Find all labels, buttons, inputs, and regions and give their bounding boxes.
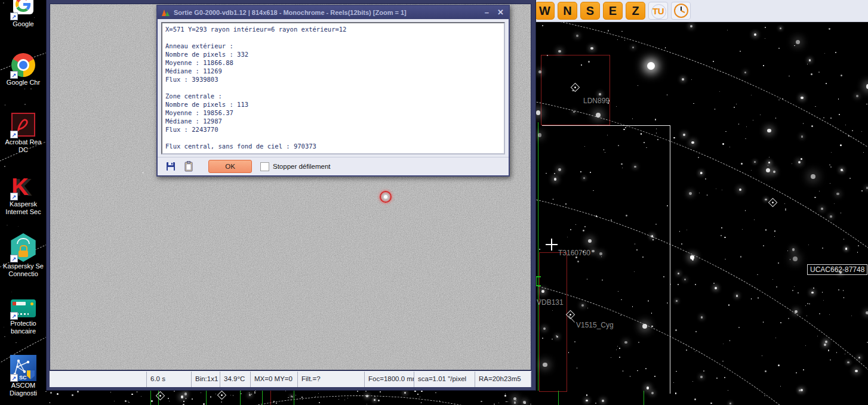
output-line <box>165 134 501 142</box>
star <box>700 376 702 378</box>
star <box>792 290 793 291</box>
desktop-icon-google-chrome[interactable]: ↗ Google Chr <box>0 51 47 86</box>
desktop-icon-kaspersky-internet-security[interactable]: K K ↗ Kaspersk Internet Sec <box>0 173 47 216</box>
star <box>538 133 542 137</box>
stop-scroll-label: Stopper défilement <box>273 163 331 170</box>
star <box>826 83 827 84</box>
star <box>183 401 184 402</box>
star <box>809 59 811 61</box>
star <box>792 248 795 251</box>
desktop-icon-kaspersky-secure-connection[interactable]: ↗ Kaspersky Se Connectio <box>0 233 47 278</box>
star <box>558 50 561 53</box>
star <box>599 93 601 95</box>
desktop-icon-ascom-diagnostics[interactable]: SC ↗ ASCOM Diagnosti <box>0 354 47 397</box>
star <box>773 171 776 174</box>
map-label-vdb131[interactable]: VDB131 <box>537 298 564 307</box>
map-label-ldn899[interactable]: LDN899 <box>583 97 610 105</box>
close-icon[interactable]: ✕ <box>497 7 504 18</box>
star <box>366 395 368 397</box>
star <box>574 341 575 342</box>
status-segment: Filt.=? <box>298 372 365 387</box>
status-bar: 6.0 sBin:1x134.9°CMX=0 MY=0Filt.=?Foc=18… <box>50 371 531 387</box>
star <box>599 252 602 255</box>
desktop-icon-label: Internet Sec <box>0 208 47 216</box>
compass-east-button[interactable]: E <box>603 2 623 20</box>
star <box>830 183 830 184</box>
star <box>763 321 764 322</box>
star <box>823 118 824 119</box>
zenith-button[interactable]: Z <box>626 2 645 20</box>
star <box>792 163 792 164</box>
star <box>254 392 256 393</box>
star <box>667 205 668 206</box>
star <box>645 368 647 369</box>
desktop-icon-google[interactable]: ↗ Google <box>0 0 47 28</box>
star <box>815 106 816 107</box>
desktop-icon-label: Google <box>0 20 47 28</box>
star <box>554 178 557 181</box>
star <box>291 395 293 397</box>
shortcut-arrow-icon: ↗ <box>10 374 18 382</box>
save-icon[interactable] <box>165 161 176 172</box>
output-line: Anneau extérieur : <box>165 42 501 50</box>
ok-button[interactable]: OK <box>208 160 252 173</box>
map-label-ucac662-87748[interactable]: UCAC662-87748 <box>807 264 867 275</box>
desktop-icon-label: Protectio <box>0 320 47 327</box>
star <box>656 128 657 129</box>
star <box>546 173 546 174</box>
clock-button[interactable] <box>671 2 691 20</box>
star <box>793 256 798 261</box>
minimize-button[interactable]: – <box>485 7 489 18</box>
star <box>72 394 73 395</box>
star <box>828 350 830 351</box>
star <box>778 364 780 366</box>
star <box>523 401 526 404</box>
star <box>866 187 868 188</box>
clipboard-copy-icon[interactable] <box>183 161 194 172</box>
star <box>580 171 581 172</box>
screen: LDN899 T3160760 VDB131 V1515_Cyg UCAC662… <box>0 0 868 405</box>
star <box>50 392 52 394</box>
star <box>716 378 718 379</box>
dialog-titlebar[interactable]: Sortie G0-2000-vdb1.12 | 814x618 - Monoc… <box>158 6 509 19</box>
star <box>125 400 126 401</box>
star <box>774 230 776 232</box>
star <box>568 352 569 353</box>
star <box>801 135 804 138</box>
star <box>721 235 722 236</box>
desktop-icon-protection-bancaire[interactable]: ↗ Protectio bancaire <box>0 297 47 335</box>
status-segment: sca=1.01 "/pixel <box>414 372 475 387</box>
star <box>703 370 704 372</box>
star <box>852 130 853 131</box>
desktop-icon-label: ASCOM <box>0 382 47 389</box>
star <box>547 55 548 56</box>
compass-north-button[interactable]: N <box>558 2 577 20</box>
star <box>638 342 639 343</box>
star <box>678 284 679 285</box>
desktop-icon-acrobat-reader[interactable]: ↗ Acrobat Rea DC <box>0 111 47 154</box>
stop-scroll-checkbox[interactable] <box>260 162 269 171</box>
compass-west-button[interactable]: W <box>535 2 555 20</box>
star <box>814 197 816 199</box>
star <box>114 401 115 401</box>
desktop-icon-label: Acrobat Rea <box>0 138 47 146</box>
compass-south-button[interactable]: S <box>580 2 600 20</box>
star <box>273 401 275 402</box>
star <box>543 363 547 367</box>
map-label-t3160760[interactable]: T3160760 <box>558 249 590 257</box>
output-line: Moyenne : 11866.88 <box>165 58 501 67</box>
star <box>751 95 752 95</box>
star <box>572 90 573 91</box>
star <box>839 114 840 115</box>
star <box>625 127 626 128</box>
map-label-v1515-cyg[interactable]: V1515_Cyg <box>576 321 614 329</box>
star <box>357 391 358 392</box>
star <box>830 215 832 217</box>
desktop-icon-label: Google Chr <box>0 79 47 86</box>
star <box>724 377 725 378</box>
universal-time-button[interactable]: TU <box>648 2 668 20</box>
star <box>801 97 803 99</box>
map-grid-green-line <box>206 389 207 405</box>
star <box>740 256 741 257</box>
desktop-icon-label: Diagnosti <box>0 389 47 397</box>
